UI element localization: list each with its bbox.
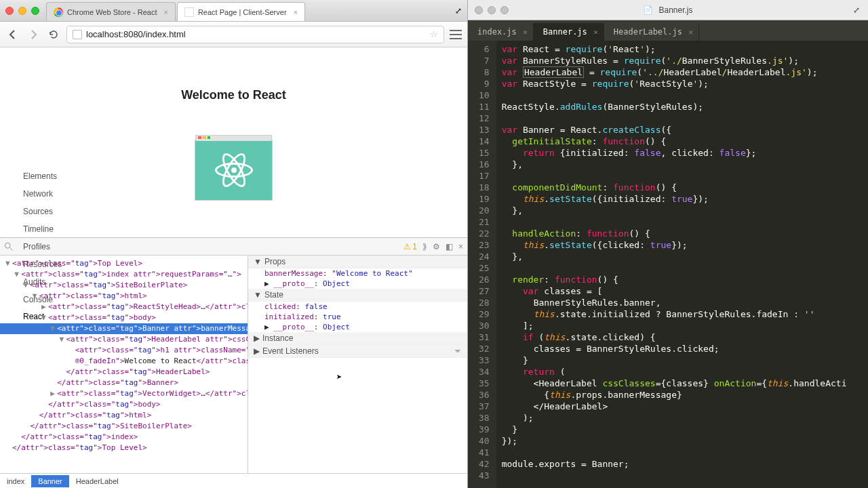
breadcrumb-item[interactable]: Banner xyxy=(31,475,68,487)
devtools-tab-profiles[interactable]: Profiles xyxy=(18,238,67,256)
property-row[interactable]: clicked: false xyxy=(248,302,467,312)
tree-node[interactable]: </attr">class="tag">Top Level> xyxy=(0,443,248,453)
maximize-icon[interactable] xyxy=(500,6,509,14)
reload-button[interactable] xyxy=(46,27,61,42)
react-atom-icon xyxy=(214,150,254,190)
reload-icon xyxy=(48,29,59,40)
state-section-header[interactable]: ▼ State xyxy=(248,289,467,302)
tree-node[interactable]: </attr">class="tag">Banner> xyxy=(0,378,248,388)
chrome-favicon-icon xyxy=(54,7,63,17)
close-devtools-icon[interactable]: × xyxy=(458,242,463,251)
breadcrumb-item[interactable]: HeaderLabel xyxy=(69,475,125,487)
chrome-titlebar: Chrome Web Store - React × React Page | … xyxy=(0,0,467,22)
property-row[interactable]: ▶ __proto__: Object xyxy=(248,322,467,332)
property-row[interactable]: ▶ __proto__: Object xyxy=(248,279,467,289)
hamburger-icon xyxy=(450,30,462,31)
devtools-breadcrumb[interactable]: indexBannerHeaderLabel xyxy=(0,473,467,488)
dock-icon[interactable]: ◧ xyxy=(446,242,453,251)
chrome-window: Chrome Web Store - React × React Page | … xyxy=(0,0,468,488)
tree-node[interactable]: ▶ <attr">class="tag">ReactStyleHead>…</a… xyxy=(0,302,248,312)
tab-close-icon[interactable]: × xyxy=(523,28,528,37)
devtools-tab-sources[interactable]: Sources xyxy=(18,203,67,220)
browser-viewport: Welcome to React ElementsNetworkSourcesT… xyxy=(0,47,467,488)
tab-close-icon[interactable]: × xyxy=(294,8,298,16)
chevron-right-icon xyxy=(28,29,39,40)
editor-tab[interactable]: HeaderLabel.js× xyxy=(604,23,699,41)
devtools-tab-elements[interactable]: Elements xyxy=(18,167,67,185)
editor-tabs: index.js×Banner.js×HeaderLabel.js× xyxy=(468,20,868,41)
inspect-icon[interactable] xyxy=(4,242,14,251)
devtools-tabs: ElementsNetworkSourcesTimelineProfilesRe… xyxy=(0,238,467,256)
instance-section-header[interactable]: ▶ Instance xyxy=(248,332,467,345)
code-area[interactable]: 6789101112131415161718192021222324252627… xyxy=(468,41,868,488)
event-listeners-section-header[interactable]: ▶ Event Listeners ⏷ xyxy=(248,345,467,358)
page-heading: Welcome to React xyxy=(181,88,286,102)
back-button[interactable] xyxy=(5,27,20,42)
editor-window-controls[interactable] xyxy=(475,6,509,14)
devtools-tab-timeline[interactable]: Timeline xyxy=(18,220,67,238)
url-input[interactable]: localhost:8080/index.html ☆ xyxy=(66,26,444,43)
tab-close-icon[interactable]: × xyxy=(593,28,598,37)
devtools-body: ▼ <attr">class="tag">Top Level> ▼ <attr"… xyxy=(0,256,467,473)
page-icon xyxy=(73,30,82,39)
tree-node[interactable]: ▶ <attr">class="tag">VectorWidget>…</att… xyxy=(0,388,248,399)
tab-title: React Page | Client-Server xyxy=(198,8,287,16)
tree-node[interactable]: <attr">class="tag">h1 attr">className="®… xyxy=(0,345,248,356)
tree-node[interactable]: ▼ <attr">class="tag">HeaderLabel attr">c… xyxy=(0,334,248,345)
filter-icon[interactable]: ⏷ xyxy=(454,346,462,356)
window-controls[interactable] xyxy=(5,7,39,15)
fullscreen-icon[interactable]: ⤢ xyxy=(853,5,860,15)
tree-node[interactable]: </attr">class="tag">SiteBoilerPlate> xyxy=(0,421,248,432)
tab-close-icon[interactable]: × xyxy=(688,28,693,37)
tab-title: Chrome Web Store - React xyxy=(67,8,157,16)
editor-tab[interactable]: index.js× xyxy=(468,23,534,41)
line-number-gutter: 6789101112131415161718192021222324252627… xyxy=(468,41,496,488)
tree-node[interactable]: ▼ <attr">class="tag">Top Level> xyxy=(0,258,248,269)
tree-node[interactable]: </attr">class="tag">html> xyxy=(0,410,248,421)
tab-close-icon[interactable]: × xyxy=(163,8,167,16)
step-icon[interactable]: ⟫ xyxy=(422,242,427,251)
devtools-sidebar: ▼ Props bannerMessage: "Welcome to React… xyxy=(248,256,467,473)
fullscreen-icon[interactable]: ⤢ xyxy=(455,6,462,16)
tree-node[interactable]: ▼ <attr">class="tag">Banner attr">banner… xyxy=(0,323,248,334)
tree-node[interactable]: </attr">class="tag">index> xyxy=(0,432,248,443)
minimize-icon[interactable] xyxy=(18,7,26,15)
tab-chrome-web-store[interactable]: Chrome Web Store - React × xyxy=(46,2,176,21)
gear-icon[interactable]: ⚙ xyxy=(433,242,440,251)
tree-node[interactable]: </attr">class="tag">HeaderLabel> xyxy=(0,367,248,378)
react-logo-widget[interactable] xyxy=(195,140,273,201)
warning-badge[interactable]: ⚠1 xyxy=(403,242,417,251)
tree-node[interactable]: ▼ <attr">class="tag">index attr">request… xyxy=(0,269,248,280)
chrome-menu-button[interactable] xyxy=(450,28,462,41)
property-row[interactable]: initialized: true xyxy=(248,312,467,322)
breadcrumb-item[interactable]: index xyxy=(0,475,31,487)
tree-node[interactable]: ▼ <attr">class="tag">SiteBoilerPlate> xyxy=(0,280,248,291)
devtools-tab-network[interactable]: Network xyxy=(18,185,67,203)
tree-node[interactable]: ▼ <attr">class="tag">html> xyxy=(0,291,248,302)
code-editor-window: 📄 Banner.js ⤢ index.js×Banner.js×HeaderL… xyxy=(468,0,868,488)
property-row[interactable]: bannerMessage: "Welcome to React" xyxy=(248,268,467,279)
forward-button xyxy=(26,27,41,42)
react-component-tree[interactable]: ▼ <attr">class="tag">Top Level> ▼ <attr"… xyxy=(0,256,248,473)
tree-node[interactable]: ®0_fadeIn">Welcome to React</attr">class… xyxy=(0,356,248,367)
maximize-icon[interactable] xyxy=(31,7,39,15)
code-source[interactable]: var React = require('React');var BannerS… xyxy=(496,41,852,488)
editor-tab[interactable]: Banner.js× xyxy=(534,23,604,41)
bookmark-star-icon[interactable]: ☆ xyxy=(430,29,438,39)
svg-point-0 xyxy=(5,243,10,248)
devtools-panel: ElementsNetworkSourcesTimelineProfilesRe… xyxy=(0,237,467,488)
devtools-toolbar-right: ⚠1 ⟫ ⚙ ◧ × xyxy=(403,242,463,251)
tab-react-page[interactable]: React Page | Client-Server × xyxy=(177,2,305,21)
editor-title-text: Banner.js xyxy=(658,5,692,15)
minimize-icon[interactable] xyxy=(488,6,496,14)
editor-titlebar: 📄 Banner.js ⤢ xyxy=(468,0,868,20)
props-section-header[interactable]: ▼ Props xyxy=(248,256,467,268)
tree-node[interactable]: </attr">class="tag">body> xyxy=(0,399,248,410)
close-icon[interactable] xyxy=(475,6,483,14)
browser-tabs: Chrome Web Store - React × React Page | … xyxy=(46,1,307,21)
chevron-left-icon xyxy=(7,29,18,40)
tree-node[interactable]: ▼ <attr">class="tag">body> xyxy=(0,312,248,323)
url-text: localhost:8080/index.html xyxy=(86,29,186,39)
close-icon[interactable] xyxy=(5,7,14,15)
address-bar: localhost:8080/index.html ☆ xyxy=(0,22,467,47)
